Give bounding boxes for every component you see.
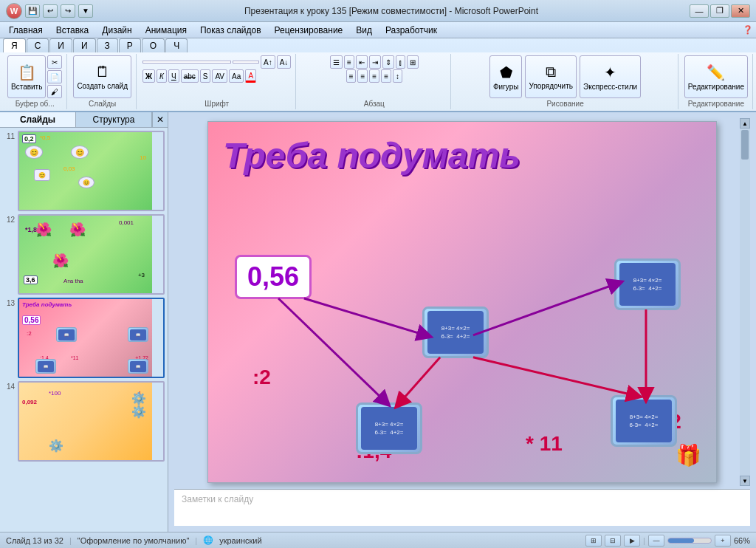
slide-title[interactable]: Треба подумать <box>223 135 701 176</box>
undo-btn[interactable]: ↩ <box>43 4 58 18</box>
justify-btn[interactable]: ≡ <box>381 69 391 83</box>
divider2: | <box>195 536 197 545</box>
lang-icon: 🌐 <box>203 535 213 545</box>
font-family-selector[interactable] <box>142 61 231 64</box>
ribbon: Я С И И З Р О Ч 📋 Вставить ✂ 📄 🖌 Буфер о… <box>0 38 756 112</box>
strikethrough-btn[interactable]: abc <box>181 69 199 83</box>
slide-sorter-btn[interactable]: ⊟ <box>605 535 621 547</box>
font-group-content: A↑ A↓ Ж К Ч abc S AV Аа A <box>142 55 291 98</box>
slide-thumbnail-11[interactable]: 0,2 *0,5 *9 0,03 10 😊 😊 😊 😊 <box>18 131 165 211</box>
indent-right-btn[interactable]: ⇥ <box>369 55 381 69</box>
book-bottom-left[interactable]: 8+3= 4×2=6-3= 4+2= <box>356 403 422 454</box>
format-btn[interactable]: 🖌 <box>47 85 62 98</box>
align-left-btn[interactable]: ≡ <box>346 69 357 83</box>
book-br-inner: 8+3= 4×2=6-3= 4+2= <box>616 400 672 442</box>
book-center-top-inner: 8+3= 4×2=6-3= 4+2= <box>427 311 484 354</box>
align-center-btn[interactable]: ≡ <box>357 69 368 83</box>
zoom-out-btn[interactable]: — <box>648 535 664 547</box>
editing-button[interactable]: ✏️ Редактирование <box>684 55 748 98</box>
express-styles-button[interactable]: ✦ Экспресс-стили <box>580 55 641 98</box>
scrollbar-thumb[interactable] <box>741 130 749 160</box>
case-btn[interactable]: Аа <box>229 69 244 83</box>
arrange-button[interactable]: ⧉ Упорядочить <box>525 55 577 98</box>
slide-notes[interactable]: Заметки к слайду <box>174 489 750 526</box>
book-tr-text: 8+3= 4×2=6-3= 4+2= <box>633 276 662 292</box>
book-bottom-right[interactable]: 8+3= 4×2=6-3= 4+2= <box>611 395 677 447</box>
line-spacing-btn[interactable]: ↕ <box>393 69 402 83</box>
align-right-btn[interactable]: ≡ <box>369 69 379 83</box>
copy-btn[interactable]: 📄 <box>47 70 62 83</box>
para-row1: ☰ ≡ ⇤ ⇥ ⇕ ⫿ ⊞ <box>330 55 419 69</box>
value-box-056[interactable]: 0,56 <box>235 255 312 299</box>
tab-view-ribbon[interactable]: О <box>142 38 165 52</box>
slide-thumbnail-13[interactable]: Треба подумать 0,56 :2 📖 📖 <box>18 298 165 378</box>
vertical-scrollbar[interactable]: ▲ ▼ <box>740 118 750 486</box>
insert-button[interactable]: 📋 Вставить <box>7 55 46 98</box>
tab-developer-ribbon[interactable]: Ч <box>165 38 188 52</box>
tab-insert-ribbon[interactable]: С <box>27 38 49 52</box>
slide-canvas[interactable]: Треба подумать 0,56 :2 8+3= 4×2=6-3= 4+2… <box>207 121 717 483</box>
menu-home[interactable]: Главная <box>3 24 49 37</box>
scroll-down-btn[interactable]: ▼ <box>740 476 750 486</box>
scrollbar-track[interactable] <box>740 129 750 476</box>
columns-btn[interactable]: ⫿ <box>396 55 405 69</box>
sidebar-close-btn[interactable]: ✕ <box>152 112 168 127</box>
menu-insert[interactable]: Вставка <box>50 24 95 37</box>
create-slide-button[interactable]: 🗒 Создать слайд <box>73 55 131 98</box>
tab-review-ribbon[interactable]: Р <box>119 38 141 52</box>
tab-slides[interactable]: Слайды <box>0 112 76 127</box>
ribbon-group-font: A↑ A↓ Ж К Ч abc S AV Аа A Шрифт <box>138 54 296 109</box>
normal-view-btn[interactable]: ⊞ <box>585 535 602 547</box>
menu-developer[interactable]: Разработчик <box>379 24 443 37</box>
underline-btn[interactable]: Ч <box>168 69 179 83</box>
font-size-down-btn[interactable]: A↓ <box>277 55 292 69</box>
lang-info: украинский <box>219 536 261 545</box>
office-button[interactable]: W <box>6 3 22 19</box>
quick-save-btn[interactable]: 💾 <box>25 4 40 18</box>
shadow-btn[interactable]: S <box>200 69 211 83</box>
font-color-btn[interactable]: A <box>245 69 256 83</box>
book-top-right[interactable]: 8+3= 4×2=6-3= 4+2= <box>614 258 681 310</box>
text-direction-btn[interactable]: ⇕ <box>382 55 394 69</box>
menu-view[interactable]: Вид <box>350 24 378 37</box>
redo-btn[interactable]: ↪ <box>61 4 75 18</box>
close-button[interactable]: ✕ <box>731 4 750 18</box>
edit-icon: ✏️ <box>707 64 725 81</box>
cut-btn[interactable]: ✂ <box>47 55 62 69</box>
font-size-selector[interactable] <box>233 61 259 64</box>
slide-thumbnail-12[interactable]: *1,8 0,001 3,6 Ата tha +3 🌺 🌺 🌺 <box>18 214 165 295</box>
slide-thumbnail-14[interactable]: 0,092 *100 -4 ⚙️ ⚙️ ⚙️ <box>18 381 165 462</box>
menu-review[interactable]: Рецензирование <box>269 24 349 37</box>
menu-slideshow[interactable]: Показ слайдов <box>194 24 267 37</box>
italic-btn[interactable]: К <box>157 69 167 83</box>
smartart-btn[interactable]: ⊞ <box>407 55 419 69</box>
tab-design-ribbon[interactable]: И <box>49 38 72 52</box>
zoom-slider[interactable] <box>667 538 712 544</box>
scroll-up-btn[interactable]: ▲ <box>740 118 750 129</box>
help-icon[interactable]: ❓ <box>743 25 753 35</box>
zoom-in-btn[interactable]: + <box>715 535 731 547</box>
divider1: | <box>69 536 72 545</box>
menu-animation[interactable]: Анимация <box>140 24 193 37</box>
tab-animation-ribbon[interactable]: И <box>73 38 96 52</box>
tab-slideshow-ribbon[interactable]: З <box>97 38 118 52</box>
font-size-up-btn[interactable]: A↑ <box>261 55 275 69</box>
bold-btn[interactable]: Ж <box>142 69 155 83</box>
restore-button[interactable]: ❐ <box>710 4 729 18</box>
bullets-btn[interactable]: ☰ <box>330 55 343 69</box>
book-bl-text: 8+3= 4×2=6-3= 4+2= <box>375 420 404 436</box>
slides-group-content: 🗒 Создать слайд <box>73 55 131 98</box>
minimize-button[interactable]: — <box>690 4 709 18</box>
slideshow-btn[interactable]: ▶ <box>624 535 640 547</box>
ribbon-group-drawing: ⬟ Фигуры ⧉ Упорядочить ✦ Экспресс-стили … <box>453 54 678 109</box>
tab-structure[interactable]: Структура <box>76 112 152 127</box>
spacing-btn[interactable]: AV <box>212 69 227 83</box>
book-center-top[interactable]: 8+3= 4×2=6-3= 4+2= <box>422 306 489 358</box>
quick-access-arrow[interactable]: ▼ <box>78 4 93 18</box>
menu-design[interactable]: Дизайн <box>96 24 137 37</box>
numbered-btn[interactable]: ≡ <box>344 55 354 69</box>
indent-left-btn[interactable]: ⇤ <box>356 55 368 69</box>
ribbon-group-paragraph: ☰ ≡ ⇤ ⇥ ⇕ ⫿ ⊞ ≡ ≡ ≡ ≡ ↕ Абзац <box>298 54 451 109</box>
tab-home[interactable]: Я <box>3 38 26 52</box>
figures-button[interactable]: ⬟ Фигуры <box>489 55 522 98</box>
